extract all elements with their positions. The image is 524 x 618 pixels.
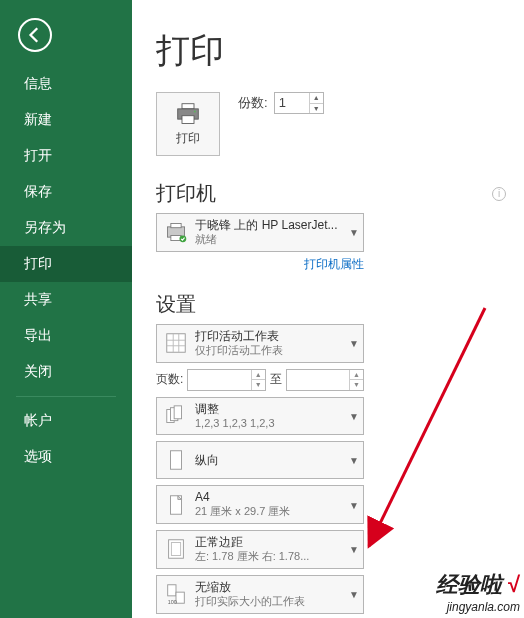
svg-rect-2	[182, 115, 194, 123]
svg-rect-15	[174, 406, 181, 419]
collate-dropdown[interactable]: 调整 1,2,3 1,2,3 1,2,3 ▼	[156, 397, 364, 436]
scale-dropdown[interactable]: 100 无缩放 打印实际大小的工作表 ▼	[156, 575, 364, 614]
scale-line1: 无缩放	[195, 580, 305, 595]
watermark: 经验啦 √ jingyanla.com	[436, 570, 520, 614]
margins-icon	[163, 536, 189, 562]
svg-text:100: 100	[168, 599, 177, 605]
margins-line2: 左: 1.78 厘米 右: 1.78...	[195, 550, 309, 564]
svg-point-3	[194, 110, 196, 112]
svg-rect-21	[176, 592, 184, 603]
page-from-input[interactable]: ▲▼	[187, 369, 265, 391]
nav-item-new[interactable]: 新建	[0, 102, 132, 138]
printer-device-icon	[163, 219, 189, 245]
main-panel: 打印 打印 份数: 1 ▲ ▼ 打印机 i	[132, 0, 524, 618]
chevron-down-icon: ▼	[349, 589, 359, 600]
print-button[interactable]: 打印	[156, 92, 220, 156]
copies-down[interactable]: ▼	[310, 104, 323, 114]
pages-to-label: 至	[270, 371, 282, 388]
svg-rect-16	[170, 451, 181, 469]
nav-list-2: 帐户 选项	[0, 403, 132, 475]
nav-item-close[interactable]: 关闭	[0, 354, 132, 390]
paper-icon	[163, 492, 189, 518]
chevron-down-icon: ▼	[349, 544, 359, 555]
copies-value: 1	[279, 95, 286, 110]
svg-rect-5	[171, 224, 181, 228]
paper-line2: 21 厘米 x 29.7 厘米	[195, 505, 290, 519]
chevron-down-icon: ▼	[349, 338, 359, 349]
scope-line2: 仅打印活动工作表	[195, 344, 283, 358]
nav-item-saveas[interactable]: 另存为	[0, 210, 132, 246]
print-button-label: 打印	[176, 130, 200, 147]
nav-item-save[interactable]: 保存	[0, 174, 132, 210]
pages-row: 页数: ▲▼ 至 ▲▼	[156, 369, 364, 391]
paper-line1: A4	[195, 490, 290, 505]
chevron-down-icon: ▼	[349, 499, 359, 510]
sheets-icon	[163, 330, 189, 356]
page-title: 打印	[156, 28, 524, 74]
collate-line2: 1,2,3 1,2,3 1,2,3	[195, 417, 275, 431]
page-to-input[interactable]: ▲▼	[286, 369, 364, 391]
nav-item-open[interactable]: 打开	[0, 138, 132, 174]
copies-up[interactable]: ▲	[310, 93, 323, 104]
sidebar: 信息 新建 打开 保存 另存为 打印 共享 导出 关闭 帐户 选项	[0, 0, 132, 618]
print-scope-dropdown[interactable]: 打印活动工作表 仅打印活动工作表 ▼	[156, 324, 364, 363]
collate-icon	[163, 403, 189, 429]
margins-line1: 正常边距	[195, 535, 309, 550]
printer-icon	[174, 102, 202, 126]
svg-rect-8	[167, 334, 185, 352]
settings-section-title: 设置	[156, 291, 524, 318]
nav-item-export[interactable]: 导出	[0, 318, 132, 354]
printer-status: 就绪	[195, 233, 337, 247]
nav-item-info[interactable]: 信息	[0, 66, 132, 102]
paper-dropdown[interactable]: A4 21 厘米 x 29.7 厘米 ▼	[156, 485, 364, 524]
orientation-dropdown[interactable]: 纵向 ▼	[156, 441, 364, 479]
nav-item-share[interactable]: 共享	[0, 282, 132, 318]
printer-properties-link[interactable]: 打印机属性	[156, 256, 364, 273]
pages-label: 页数:	[156, 371, 183, 388]
printer-section-title: 打印机 i	[156, 180, 524, 207]
chevron-down-icon: ▼	[349, 227, 359, 238]
nav-item-account[interactable]: 帐户	[0, 403, 132, 439]
scale-icon: 100	[163, 581, 189, 607]
arrow-left-icon	[26, 26, 44, 44]
collate-line1: 调整	[195, 402, 275, 417]
printer-name: 于晓锋 上的 HP LaserJet...	[195, 218, 337, 233]
scale-line2: 打印实际大小的工作表	[195, 595, 305, 609]
orientation-line1: 纵向	[195, 453, 219, 468]
printer-info-icon[interactable]: i	[492, 187, 506, 201]
nav-separator	[16, 396, 116, 397]
copies-label: 份数:	[238, 94, 268, 112]
back-button[interactable]	[18, 18, 52, 52]
nav-item-options[interactable]: 选项	[0, 439, 132, 475]
nav-list: 信息 新建 打开 保存 另存为 打印 共享 导出 关闭	[0, 66, 132, 390]
portrait-icon	[163, 447, 189, 473]
chevron-down-icon: ▼	[349, 455, 359, 466]
copies-spinner[interactable]: 1 ▲ ▼	[274, 92, 324, 114]
printer-dropdown[interactable]: 于晓锋 上的 HP LaserJet... 就绪 ▼	[156, 213, 364, 252]
scope-line1: 打印活动工作表	[195, 329, 283, 344]
svg-rect-20	[168, 585, 176, 596]
svg-rect-0	[182, 103, 194, 108]
nav-item-print[interactable]: 打印	[0, 246, 132, 282]
chevron-down-icon: ▼	[349, 410, 359, 421]
margins-dropdown[interactable]: 正常边距 左: 1.78 厘米 右: 1.78... ▼	[156, 530, 364, 569]
